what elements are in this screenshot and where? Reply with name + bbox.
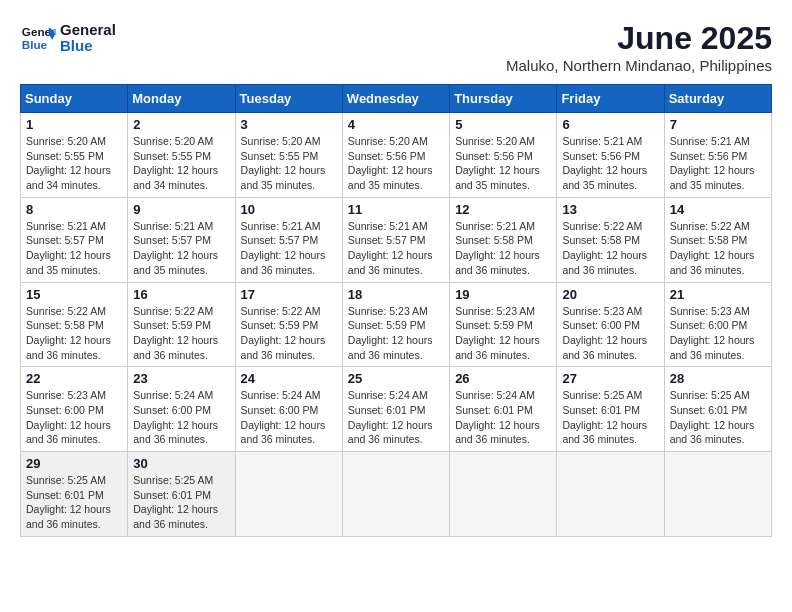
sunset-text: Sunset: 5:56 PM [348, 149, 444, 164]
table-row: 21 Sunrise: 5:23 AM Sunset: 6:00 PM Dayl… [664, 282, 771, 367]
sunset-text: Sunset: 5:56 PM [455, 149, 551, 164]
sunrise-text: Sunrise: 5:24 AM [455, 388, 551, 403]
table-row: 23 Sunrise: 5:24 AM Sunset: 6:00 PM Dayl… [128, 367, 235, 452]
sunrise-text: Sunrise: 5:21 AM [241, 219, 337, 234]
day-number: 22 [26, 371, 122, 386]
day-number: 8 [26, 202, 122, 217]
sunrise-text: Sunrise: 5:23 AM [670, 304, 766, 319]
table-row: 27 Sunrise: 5:25 AM Sunset: 6:01 PM Dayl… [557, 367, 664, 452]
sunset-text: Sunset: 5:56 PM [670, 149, 766, 164]
sunset-text: Sunset: 5:56 PM [562, 149, 658, 164]
sunrise-text: Sunrise: 5:21 AM [670, 134, 766, 149]
day-info: Sunrise: 5:21 AM Sunset: 5:58 PM Dayligh… [455, 219, 551, 278]
table-row [664, 452, 771, 537]
sunrise-text: Sunrise: 5:22 AM [562, 219, 658, 234]
day-number: 13 [562, 202, 658, 217]
sunset-text: Sunset: 6:00 PM [26, 403, 122, 418]
sunrise-text: Sunrise: 5:20 AM [133, 134, 229, 149]
calendar-header-row: Sunday Monday Tuesday Wednesday Thursday… [21, 85, 772, 113]
sunrise-text: Sunrise: 5:24 AM [241, 388, 337, 403]
day-number: 30 [133, 456, 229, 471]
day-info: Sunrise: 5:20 AM Sunset: 5:55 PM Dayligh… [241, 134, 337, 193]
day-number: 23 [133, 371, 229, 386]
day-info: Sunrise: 5:25 AM Sunset: 6:01 PM Dayligh… [562, 388, 658, 447]
logo-general: General [60, 22, 116, 39]
day-number: 7 [670, 117, 766, 132]
daylight-text: Daylight: 12 hours and 35 minutes. [348, 163, 444, 192]
sunset-text: Sunset: 5:57 PM [348, 233, 444, 248]
table-row: 24 Sunrise: 5:24 AM Sunset: 6:00 PM Dayl… [235, 367, 342, 452]
daylight-text: Daylight: 12 hours and 36 minutes. [348, 333, 444, 362]
sunset-text: Sunset: 5:58 PM [26, 318, 122, 333]
daylight-text: Daylight: 12 hours and 35 minutes. [670, 163, 766, 192]
sunrise-text: Sunrise: 5:22 AM [241, 304, 337, 319]
daylight-text: Daylight: 12 hours and 36 minutes. [241, 418, 337, 447]
sunrise-text: Sunrise: 5:25 AM [670, 388, 766, 403]
table-row: 22 Sunrise: 5:23 AM Sunset: 6:00 PM Dayl… [21, 367, 128, 452]
day-info: Sunrise: 5:20 AM Sunset: 5:56 PM Dayligh… [348, 134, 444, 193]
sunrise-text: Sunrise: 5:21 AM [562, 134, 658, 149]
sunrise-text: Sunrise: 5:25 AM [133, 473, 229, 488]
sunset-text: Sunset: 5:55 PM [133, 149, 229, 164]
sunset-text: Sunset: 5:58 PM [455, 233, 551, 248]
logo: General Blue General Blue [20, 20, 116, 56]
sunrise-text: Sunrise: 5:20 AM [26, 134, 122, 149]
sunrise-text: Sunrise: 5:22 AM [26, 304, 122, 319]
location: Maluko, Northern Mindanao, Philippines [506, 57, 772, 74]
calendar-week-row: 29 Sunrise: 5:25 AM Sunset: 6:01 PM Dayl… [21, 452, 772, 537]
table-row: 10 Sunrise: 5:21 AM Sunset: 5:57 PM Dayl… [235, 197, 342, 282]
daylight-text: Daylight: 12 hours and 36 minutes. [26, 333, 122, 362]
table-row [557, 452, 664, 537]
day-info: Sunrise: 5:22 AM Sunset: 5:59 PM Dayligh… [241, 304, 337, 363]
sunrise-text: Sunrise: 5:24 AM [348, 388, 444, 403]
day-info: Sunrise: 5:21 AM Sunset: 5:57 PM Dayligh… [133, 219, 229, 278]
day-info: Sunrise: 5:23 AM Sunset: 6:00 PM Dayligh… [562, 304, 658, 363]
day-number: 21 [670, 287, 766, 302]
daylight-text: Daylight: 12 hours and 36 minutes. [455, 248, 551, 277]
day-number: 16 [133, 287, 229, 302]
day-number: 27 [562, 371, 658, 386]
day-number: 17 [241, 287, 337, 302]
sunset-text: Sunset: 6:01 PM [455, 403, 551, 418]
daylight-text: Daylight: 12 hours and 36 minutes. [241, 248, 337, 277]
col-friday: Friday [557, 85, 664, 113]
sunrise-text: Sunrise: 5:21 AM [455, 219, 551, 234]
daylight-text: Daylight: 12 hours and 36 minutes. [562, 418, 658, 447]
daylight-text: Daylight: 12 hours and 36 minutes. [348, 248, 444, 277]
sunset-text: Sunset: 5:59 PM [133, 318, 229, 333]
day-number: 15 [26, 287, 122, 302]
sunset-text: Sunset: 5:57 PM [241, 233, 337, 248]
day-number: 26 [455, 371, 551, 386]
day-info: Sunrise: 5:22 AM Sunset: 5:58 PM Dayligh… [562, 219, 658, 278]
day-number: 4 [348, 117, 444, 132]
table-row [235, 452, 342, 537]
day-info: Sunrise: 5:22 AM Sunset: 5:59 PM Dayligh… [133, 304, 229, 363]
table-row: 9 Sunrise: 5:21 AM Sunset: 5:57 PM Dayli… [128, 197, 235, 282]
daylight-text: Daylight: 12 hours and 34 minutes. [133, 163, 229, 192]
day-info: Sunrise: 5:24 AM Sunset: 6:01 PM Dayligh… [348, 388, 444, 447]
table-row: 15 Sunrise: 5:22 AM Sunset: 5:58 PM Dayl… [21, 282, 128, 367]
sunset-text: Sunset: 6:00 PM [562, 318, 658, 333]
sunrise-text: Sunrise: 5:22 AM [670, 219, 766, 234]
sunset-text: Sunset: 6:01 PM [348, 403, 444, 418]
table-row: 7 Sunrise: 5:21 AM Sunset: 5:56 PM Dayli… [664, 113, 771, 198]
table-row: 2 Sunrise: 5:20 AM Sunset: 5:55 PM Dayli… [128, 113, 235, 198]
day-number: 18 [348, 287, 444, 302]
table-row: 6 Sunrise: 5:21 AM Sunset: 5:56 PM Dayli… [557, 113, 664, 198]
day-number: 10 [241, 202, 337, 217]
table-row: 30 Sunrise: 5:25 AM Sunset: 6:01 PM Dayl… [128, 452, 235, 537]
day-number: 12 [455, 202, 551, 217]
sunset-text: Sunset: 6:00 PM [241, 403, 337, 418]
table-row: 18 Sunrise: 5:23 AM Sunset: 5:59 PM Dayl… [342, 282, 449, 367]
month-year: June 2025 [506, 20, 772, 57]
sunrise-text: Sunrise: 5:20 AM [348, 134, 444, 149]
table-row: 28 Sunrise: 5:25 AM Sunset: 6:01 PM Dayl… [664, 367, 771, 452]
sunset-text: Sunset: 5:58 PM [670, 233, 766, 248]
sunrise-text: Sunrise: 5:20 AM [455, 134, 551, 149]
sunrise-text: Sunrise: 5:21 AM [133, 219, 229, 234]
sunset-text: Sunset: 6:01 PM [26, 488, 122, 503]
day-number: 29 [26, 456, 122, 471]
calendar-table: Sunday Monday Tuesday Wednesday Thursday… [20, 84, 772, 537]
table-row: 3 Sunrise: 5:20 AM Sunset: 5:55 PM Dayli… [235, 113, 342, 198]
day-info: Sunrise: 5:21 AM Sunset: 5:57 PM Dayligh… [348, 219, 444, 278]
